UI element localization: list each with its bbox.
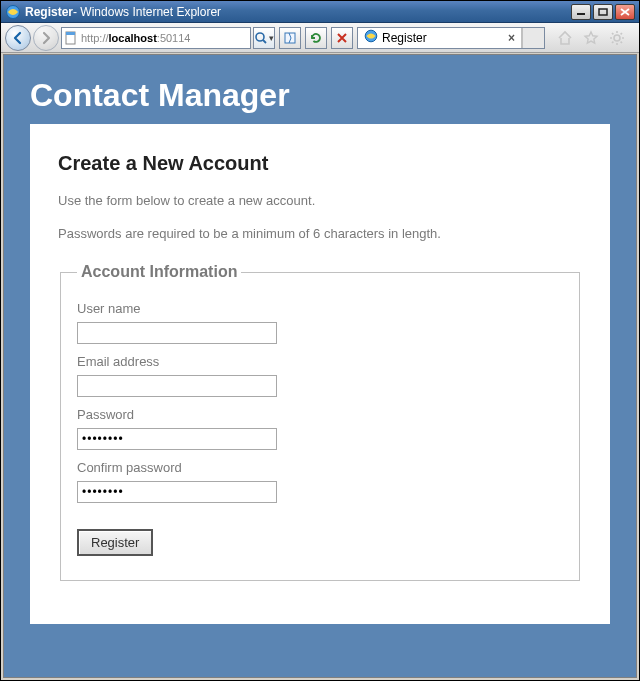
password-rule-text: Passwords are required to be a minimum o… — [58, 226, 582, 241]
site-title: Contact Manager — [30, 77, 610, 114]
search-button[interactable]: ▾ — [253, 27, 275, 49]
intro-text: Use the form below to create a new accou… — [58, 193, 582, 208]
confirm-password-input[interactable] — [77, 481, 277, 503]
password-input[interactable] — [77, 428, 277, 450]
email-input[interactable] — [77, 375, 277, 397]
svg-line-17 — [621, 33, 622, 34]
refresh-icon — [309, 31, 323, 45]
window-title-app: - Windows Internet Explorer — [73, 5, 221, 19]
username-input[interactable] — [77, 322, 277, 344]
favorites-icon[interactable] — [583, 30, 599, 46]
toolbar-right — [547, 30, 635, 46]
browser-window: Register - Windows Internet Explorer htt… — [0, 0, 640, 681]
svg-point-9 — [614, 35, 620, 41]
tools-icon[interactable] — [609, 30, 625, 46]
svg-line-16 — [612, 41, 613, 42]
stop-button[interactable] — [331, 27, 353, 49]
svg-line-15 — [621, 41, 622, 42]
confirm-password-label: Confirm password — [77, 460, 563, 475]
username-label: User name — [77, 301, 563, 316]
url-host: localhost — [109, 32, 157, 44]
address-bar[interactable]: http:// localhost :50114 — [61, 27, 251, 49]
page-heading: Create a New Account — [58, 152, 582, 175]
svg-line-6 — [263, 40, 266, 43]
tab-strip: Register × — [357, 27, 545, 49]
home-icon[interactable] — [557, 30, 573, 46]
svg-rect-2 — [599, 9, 607, 15]
ie-tab-icon — [364, 29, 378, 46]
page: Contact Manager Create a New Account Use… — [4, 55, 636, 677]
password-label: Password — [77, 407, 563, 422]
tab-close-button[interactable]: × — [508, 31, 515, 45]
stop-icon — [335, 31, 349, 45]
register-button[interactable]: Register — [77, 529, 153, 556]
svg-point-5 — [256, 33, 264, 41]
account-info-fieldset: Account Information User name Email addr… — [60, 263, 580, 581]
compat-view-button[interactable] — [279, 27, 301, 49]
forward-button[interactable] — [33, 25, 59, 51]
url-port: :50114 — [157, 32, 191, 44]
window-title-page: Register — [25, 5, 73, 19]
window-maximize-button[interactable] — [593, 4, 613, 20]
new-tab-button[interactable] — [522, 27, 544, 49]
svg-rect-4 — [66, 32, 75, 35]
page-icon — [64, 31, 78, 45]
url-prefix: http:// — [81, 32, 109, 44]
content-card: Create a New Account Use the form below … — [30, 124, 610, 624]
svg-line-14 — [612, 33, 613, 34]
browser-viewport: Contact Manager Create a New Account Use… — [3, 54, 637, 678]
window-titlebar[interactable]: Register - Windows Internet Explorer — [1, 1, 639, 23]
refresh-button[interactable] — [305, 27, 327, 49]
page-broken-icon — [283, 31, 297, 45]
fieldset-legend: Account Information — [77, 263, 241, 281]
browser-toolbar: http:// localhost :50114 ▾ Register × — [1, 23, 639, 53]
window-close-button[interactable] — [615, 4, 635, 20]
tab-register[interactable]: Register × — [358, 28, 522, 48]
search-icon — [254, 31, 268, 45]
email-label: Email address — [77, 354, 563, 369]
back-button[interactable] — [5, 25, 31, 51]
ie-logo-icon — [5, 4, 21, 20]
tab-label: Register — [382, 31, 427, 45]
window-minimize-button[interactable] — [571, 4, 591, 20]
